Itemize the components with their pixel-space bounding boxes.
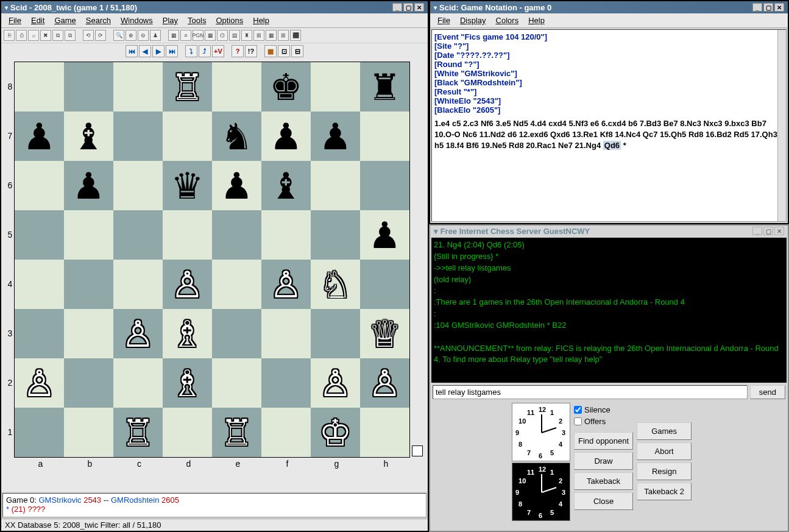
square[interactable]: ♜ [360,62,409,112]
 [interactable] [179,45,184,56]
toolbar-button[interactable]: ⬛ [290,30,301,41]
piece-bP[interactable]: ♟ [270,118,303,155]
square[interactable]: ♞ [212,112,261,161]
menu-windows[interactable]: Windows [116,15,158,26]
board-btn[interactable]: ▦ [264,45,277,57]
square[interactable] [311,62,360,112]
notation-titlebar[interactable]: ▾ Scid: Game Notation - game 0 _ ▢ ✕ [430,1,788,13]
maximize-icon[interactable]: ▢ [403,3,413,12]
fics-input[interactable] [433,385,748,399]
square[interactable] [15,408,64,457]
square[interactable]: ♝ [261,161,311,210]
menu-file[interactable]: File [433,15,455,26]
square[interactable]: ♝ [64,112,113,161]
menu-display[interactable]: Display [455,15,491,26]
nav-back[interactable]: ◀ [139,45,151,57]
piece-wB[interactable]: ♗ [171,316,204,352]
toolbar-button[interactable]: ♟ [150,30,161,41]
toolbar-button[interactable]: ▦ [168,30,179,41]
toolbar-button[interactable]: ⧉ [65,30,76,41]
fics-console[interactable]: 21. Ng4 (2:04) Qd6 (2:05) {Still in prog… [431,238,787,383]
maximize-icon[interactable]: ▢ [763,227,773,235]
send-button[interactable]: send [750,385,785,399]
close-icon[interactable]: ✕ [774,3,784,12]
square[interactable] [360,260,409,309]
square[interactable]: ♖ [212,408,261,457]
draw-button[interactable]: Draw [574,452,633,470]
close-icon[interactable]: ✕ [774,227,784,235]
menu-options[interactable]: Options [211,15,248,26]
toolbar-button[interactable]: ▦ [266,30,277,41]
minimize-icon[interactable]: _ [752,227,762,235]
takeback-button[interactable]: Takeback [574,472,633,490]
toolbar-button[interactable]: ⌕ [28,30,39,41]
square[interactable] [261,309,311,358]
piece-wP[interactable]: ♙ [319,365,352,402]
minimize-icon[interactable]: _ [752,3,762,12]
square[interactable] [64,309,113,358]
square[interactable] [212,210,261,260]
menu-colors[interactable]: Colors [491,15,524,26]
toolbar-button[interactable]: ✖ [40,30,51,41]
piece-wR[interactable]: ♖ [221,414,253,451]
window-menu-icon[interactable]: ▾ [434,4,437,11]
nav-start[interactable]: ⏮ [126,45,138,57]
square[interactable]: ♟ [311,112,360,161]
piece-wP[interactable]: ♙ [122,316,155,352]
square[interactable] [360,112,409,161]
square[interactable]: ♙ [261,260,311,309]
square[interactable] [261,210,311,260]
piece-bK[interactable]: ♚ [270,69,303,105]
annotate[interactable]: !? [245,45,257,57]
nav-fwd[interactable]: ▶ [152,45,165,57]
piece-wN[interactable]: ♘ [319,266,352,303]
square[interactable] [113,260,163,309]
square[interactable] [113,112,163,161]
square[interactable]: ♙ [113,309,163,358]
nav-end[interactable]: ⏭ [166,45,178,57]
piece-wB[interactable]: ♗ [171,365,204,402]
piece-bP[interactable]: ♟ [369,217,402,254]
square[interactable] [163,210,212,260]
toolbar-button[interactable] [162,30,167,41]
piece-bB[interactable]: ♝ [270,168,303,204]
square[interactable] [360,408,409,457]
scrollbar[interactable] [777,30,786,221]
toolbar-button[interactable]: ⟲ [83,30,94,41]
square[interactable] [311,161,360,210]
window-menu-icon[interactable]: ▾ [5,4,8,11]
piece-wQ[interactable]: ♕ [369,316,402,352]
piece-bP[interactable]: ♟ [221,168,253,204]
square[interactable]: ♙ [163,260,212,309]
square[interactable] [64,358,113,408]
fics-titlebar[interactable]: ▾ Free Internet Chess Server GuestNCWY _… [430,225,788,236]
toolbar-button[interactable]: ⊖ [138,30,149,41]
piece-wP[interactable]: ♙ [270,266,303,303]
square[interactable] [64,260,113,309]
games-button[interactable]: Games [637,422,692,440]
piece-bP[interactable]: ♟ [319,118,352,155]
menu-play[interactable]: Play [158,15,183,26]
abort-button[interactable]: Abort [637,442,692,460]
square[interactable]: ♙ [15,358,64,408]
chess-board[interactable]: ♖♚♜♟♝♞♟♟♟♛♟♝♟♙♙♘♙♗♕♙♗♙♙♖♖♔ [14,62,410,458]
square[interactable] [113,358,163,408]
piece-wP[interactable]: ♙ [369,365,402,402]
piece-wP[interactable]: ♙ [23,365,56,402]
offers-checkbox[interactable]: Offers [574,417,633,426]
square[interactable] [212,309,261,358]
maximize-icon[interactable]: ▢ [763,3,773,12]
toolbar-button[interactable]: ⟳ [95,30,106,41]
square[interactable]: ♔ [311,408,360,457]
square[interactable] [64,210,113,260]
square[interactable] [311,210,360,260]
toolbar-button[interactable]: ⧉ [52,30,63,41]
toolbar-button[interactable]: ⌬ [217,30,228,41]
menu-help[interactable]: Help [248,15,274,26]
minimize-icon[interactable]: _ [392,3,402,12]
resign-button[interactable]: Resign [637,463,692,480]
menu-file[interactable]: File [4,15,26,26]
toolbar-button[interactable]: ♜ [241,30,252,41]
square[interactable] [113,62,163,112]
square[interactable] [113,210,163,260]
